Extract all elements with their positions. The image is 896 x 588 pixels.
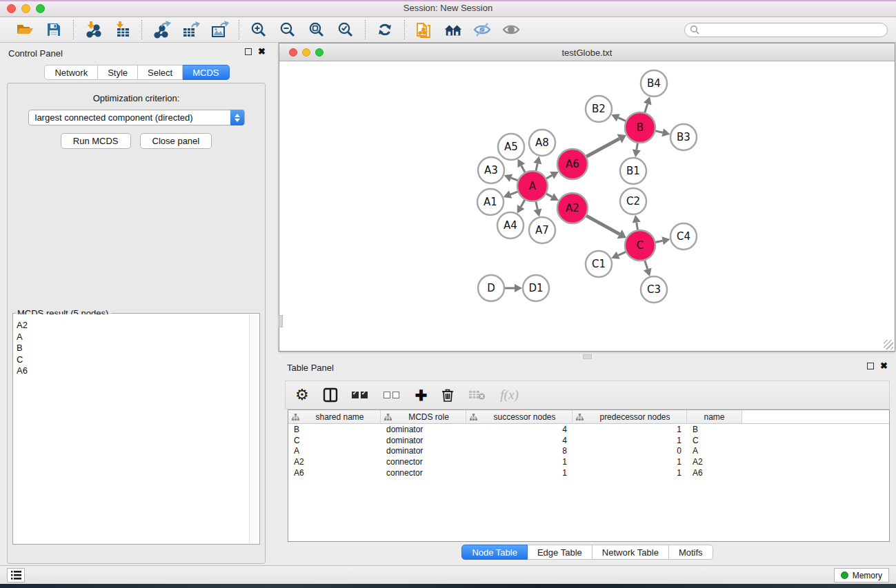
criterion-value: largest connected component (directed): [35, 112, 193, 123]
zoom-out-icon[interactable]: [278, 20, 297, 39]
search-text-field[interactable]: [699, 25, 887, 34]
mcds-result-item[interactable]: C: [17, 354, 249, 366]
control-panel: Control Panel ✖ NetworkStyleSelectMCDS O…: [0, 43, 274, 565]
table-cell: dominator: [381, 446, 466, 456]
tab-network[interactable]: Network: [44, 65, 98, 80]
tab-node-table[interactable]: Node Table: [461, 545, 528, 560]
export-network-icon[interactable]: [152, 20, 171, 39]
desktop-wallpaper: [0, 584, 896, 588]
export-image-icon[interactable]: [210, 20, 229, 39]
attribute-tree-icon: [292, 414, 299, 420]
search-input[interactable]: [684, 23, 888, 37]
network-edge[interactable]: [584, 214, 620, 234]
float-table-panel-icon[interactable]: [867, 363, 874, 369]
table-toolbar: ⚙ ✚ f(x): [285, 381, 890, 409]
node-table[interactable]: shared nameMCDS rolesuccessor nodesprede…: [288, 409, 890, 542]
tab-motifs[interactable]: Motifs: [669, 545, 713, 560]
close-panel-button[interactable]: Close panel: [140, 133, 212, 149]
criterion-dropdown[interactable]: largest connected component (directed): [28, 110, 245, 125]
delete-table-icon[interactable]: [468, 385, 486, 405]
mcds-result-list[interactable]: A2ABCA6: [14, 314, 249, 543]
mcds-result-item[interactable]: B: [17, 343, 249, 354]
node-label: D: [487, 282, 495, 294]
hide-details-icon[interactable]: [472, 20, 492, 39]
run-mcds-button[interactable]: Run MCDS: [61, 133, 131, 149]
network-view-window: testGlobe.txt B4B2BB3B1A5A8A6A3AA1A2A4A7…: [279, 43, 895, 352]
network-edge[interactable]: [584, 139, 619, 158]
column-header-MCDS-role[interactable]: MCDS role: [381, 410, 466, 423]
tab-network-table[interactable]: Network Table: [593, 545, 669, 560]
edge-arrowhead-icon: [644, 268, 652, 276]
import-network-icon[interactable]: [83, 20, 103, 39]
window-resize-grip[interactable]: [884, 340, 893, 349]
save-session-icon[interactable]: [44, 20, 63, 39]
close-panel-icon[interactable]: ✖: [258, 48, 266, 55]
table-cell: 4: [466, 425, 573, 434]
node-label: C4: [677, 230, 690, 243]
edge-arrowhead-icon: [633, 149, 641, 157]
memory-button[interactable]: Memory: [834, 568, 889, 582]
deselect-all-columns-icon[interactable]: [384, 385, 401, 405]
tab-style[interactable]: Style: [98, 65, 138, 80]
zoom-selected-icon[interactable]: [336, 20, 355, 39]
select-all-columns-icon[interactable]: [352, 385, 370, 405]
node-label: A2: [566, 202, 579, 214]
table-cell: A: [288, 446, 381, 456]
refresh-layout-icon[interactable]: [375, 20, 395, 39]
close-table-panel-icon[interactable]: ✖: [880, 363, 888, 369]
network-graph: B4B2BB3B1A5A8A6A3AA1A2A4A7C2CC4C1C3DD1: [279, 61, 895, 351]
panel-splitter-grip[interactable]: [279, 315, 283, 327]
show-details-icon[interactable]: [501, 20, 521, 39]
tab-mcds[interactable]: MCDS: [183, 65, 229, 80]
network-window-titlebar[interactable]: testGlobe.txt: [279, 43, 895, 61]
task-history-button[interactable]: [7, 568, 25, 582]
table-row[interactable]: A6connector11A6: [288, 467, 889, 478]
mcds-result-item[interactable]: A2: [17, 320, 249, 332]
network-canvas[interactable]: B4B2BB3B1A5A8A6A3AA1A2A4A7C2CC4C1C3DD1: [279, 61, 895, 351]
home-icon[interactable]: [444, 20, 463, 39]
status-bar: Memory: [0, 565, 896, 584]
column-header-shared-name[interactable]: shared name: [288, 410, 381, 423]
zoom-fit-icon[interactable]: [307, 20, 326, 39]
table-cell: 4: [466, 436, 573, 445]
mcds-result-item[interactable]: A: [17, 332, 249, 343]
result-scrollbar[interactable]: [249, 314, 259, 543]
column-header-successor-nodes[interactable]: successor nodes: [466, 410, 573, 423]
edge-arrowhead-icon: [661, 128, 670, 136]
node-label: A5: [504, 141, 518, 153]
optimization-criterion-label: Optimization criterion:: [8, 93, 265, 103]
float-panel-icon[interactable]: [245, 48, 252, 55]
table-row[interactable]: Bdominator41B: [288, 424, 889, 435]
application-window: Session: New Session: [0, 0, 896, 588]
gear-icon[interactable]: ⚙: [295, 385, 309, 405]
table-cell: 1: [573, 468, 687, 478]
delete-column-icon[interactable]: [441, 385, 455, 405]
table-row[interactable]: Adominator80A: [288, 446, 889, 457]
list-icon: [11, 571, 21, 580]
table-row[interactable]: A2connector11A2: [288, 456, 889, 467]
table-cell: connector: [381, 457, 466, 467]
edge-arrowhead-icon: [633, 215, 641, 223]
open-file-icon[interactable]: [15, 20, 34, 39]
table-cell: dominator: [381, 425, 466, 434]
node-label: A6: [566, 158, 579, 170]
node-label: C2: [626, 195, 640, 207]
table-cell: C: [288, 436, 381, 445]
table-row[interactable]: Cdominator41C: [288, 435, 889, 446]
attribute-tree-icon: [576, 414, 584, 420]
export-table-icon[interactable]: [181, 20, 200, 39]
zoom-in-icon[interactable]: [249, 20, 268, 39]
mcds-result-box: MCDS result (5 nodes) A2ABCA6: [12, 313, 260, 545]
import-table-icon[interactable]: [112, 20, 132, 39]
column-layout-icon[interactable]: [323, 385, 338, 405]
column-header-predecessor-nodes[interactable]: predecessor nodes: [573, 410, 687, 423]
clone-network-icon[interactable]: [415, 20, 434, 39]
table-cell: B: [288, 425, 381, 434]
function-builder-icon[interactable]: f(x): [500, 385, 518, 405]
tab-edge-table[interactable]: Edge Table: [528, 545, 593, 560]
node-label: B2: [592, 103, 606, 115]
add-column-icon[interactable]: ✚: [415, 385, 428, 405]
tab-select[interactable]: Select: [138, 65, 183, 80]
column-header-name[interactable]: name: [687, 410, 742, 423]
mcds-result-item[interactable]: A6: [17, 365, 249, 377]
